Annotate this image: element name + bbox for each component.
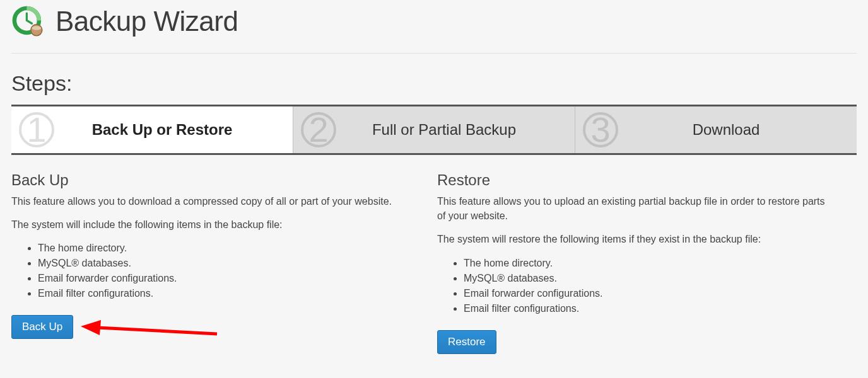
restore-button[interactable]: Restore <box>437 330 496 354</box>
restore-column: Restore This feature allows you to uploa… <box>431 171 857 354</box>
backup-column: Back Up This feature allows you to downl… <box>11 171 431 354</box>
list-item: Email forwarder configurations. <box>464 286 831 301</box>
step-label-3: Download <box>693 121 760 139</box>
step-label-1: Back Up or Restore <box>92 121 233 139</box>
page-title: Backup Wizard <box>56 6 238 37</box>
list-item: Email forwarder configurations. <box>38 271 406 286</box>
list-item: The home directory. <box>38 241 406 256</box>
svg-marker-4 <box>81 320 101 335</box>
page-header: Backup Wizard <box>11 0 857 54</box>
restore-list-intro: The system will restore the following it… <box>437 232 831 246</box>
backup-button[interactable]: Back Up <box>11 315 73 339</box>
step-tab-1[interactable]: 1 Back Up or Restore <box>11 106 293 153</box>
restore-description: This feature allows you to upload an exi… <box>437 194 831 223</box>
list-item: MySQL® databases. <box>38 256 406 271</box>
step-number-2-icon: 2 <box>301 112 336 147</box>
step-label-2: Full or Partial Backup <box>372 121 516 139</box>
annotation-arrow-icon <box>79 319 218 341</box>
svg-line-3 <box>97 328 217 334</box>
step-tabs: 1 Back Up or Restore 2 Full or Partial B… <box>11 105 857 155</box>
step-number-1-icon: 1 <box>19 112 54 147</box>
svg-point-2 <box>32 26 42 30</box>
options-row: Back Up This feature allows you to downl… <box>11 171 857 354</box>
backup-list-intro: The system will include the following it… <box>11 217 406 232</box>
steps-heading: Steps: <box>11 71 857 96</box>
list-item: MySQL® databases. <box>464 271 831 286</box>
step-tab-2[interactable]: 2 Full or Partial Backup <box>293 106 575 153</box>
backup-list: The home directory. MySQL® databases. Em… <box>11 241 406 301</box>
list-item: The home directory. <box>464 256 831 271</box>
restore-title: Restore <box>437 171 831 189</box>
backup-description: This feature allows you to download a co… <box>11 194 406 209</box>
restore-list: The home directory. MySQL® databases. Em… <box>437 256 831 316</box>
list-item: Email filter configurations. <box>38 286 406 301</box>
step-number-3-icon: 3 <box>583 112 618 147</box>
backup-title: Back Up <box>11 171 406 189</box>
list-item: Email filter configurations. <box>464 301 831 316</box>
step-tab-3[interactable]: 3 Download <box>575 106 857 153</box>
backup-wizard-icon <box>11 5 44 38</box>
